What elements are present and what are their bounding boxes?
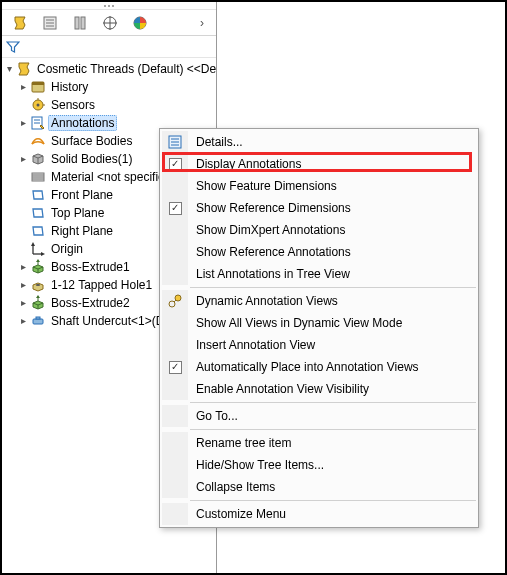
svg-rect-11 bbox=[32, 82, 44, 85]
menu-item-label: List Annotations in Tree View bbox=[188, 263, 476, 285]
svg-marker-26 bbox=[41, 252, 45, 256]
menu-gutter-blank bbox=[162, 312, 188, 334]
menu-item-label: Go To... bbox=[188, 405, 476, 427]
menu-gutter-blank bbox=[162, 263, 188, 285]
tree-item-label: Solid Bodies(1) bbox=[48, 152, 135, 166]
tb-feature-manager-icon[interactable] bbox=[6, 12, 34, 34]
menu-item[interactable]: ✓Automatically Place into Annotation Vie… bbox=[162, 356, 476, 378]
menu-item[interactable]: List Annotations in Tree View bbox=[162, 263, 476, 285]
checkbox-icon: ✓ bbox=[162, 197, 188, 219]
menu-item[interactable]: Show All Views in Dynamic View Mode bbox=[162, 312, 476, 334]
menu-gutter-blank bbox=[162, 476, 188, 498]
menu-separator bbox=[190, 429, 476, 430]
expander-icon[interactable]: ▸ bbox=[16, 80, 30, 94]
expander-icon[interactable]: ▸ bbox=[16, 278, 30, 292]
svg-point-13 bbox=[37, 104, 40, 107]
menu-item-label: Show Feature Dimensions bbox=[188, 175, 476, 197]
menu-item[interactable]: Hide/Show Tree Items... bbox=[162, 454, 476, 476]
toolbar-overflow-chevron-icon[interactable]: › bbox=[192, 13, 212, 33]
menu-item[interactable]: Rename tree item bbox=[162, 432, 476, 454]
menu-item[interactable]: Insert Annotation View bbox=[162, 334, 476, 356]
menu-item[interactable]: Go To... bbox=[162, 405, 476, 427]
menu-item[interactable]: Show Reference Annotations bbox=[162, 241, 476, 263]
menu-gutter-blank bbox=[162, 334, 188, 356]
tb-display-manager-icon[interactable] bbox=[126, 12, 154, 34]
svg-marker-28 bbox=[36, 259, 40, 262]
checkbox-icon: ✓ bbox=[162, 153, 188, 175]
material-icon bbox=[30, 169, 46, 185]
tb-config-manager-icon[interactable] bbox=[66, 12, 94, 34]
menu-item-label: Hide/Show Tree Items... bbox=[188, 454, 476, 476]
expander-icon[interactable]: ▸ bbox=[16, 314, 30, 328]
menu-item[interactable]: Details... bbox=[162, 131, 476, 153]
expander-icon[interactable]: ▾ bbox=[2, 62, 16, 76]
tree-item-label: Top Plane bbox=[48, 206, 107, 220]
tree-filter-row[interactable] bbox=[2, 36, 216, 58]
sensors-icon bbox=[30, 97, 46, 113]
menu-item-label: Dynamic Annotation Views bbox=[188, 290, 476, 312]
menu-item-label: Show DimXpert Annotations bbox=[188, 219, 476, 241]
expander-icon[interactable]: ▸ bbox=[16, 296, 30, 310]
plane-icon bbox=[30, 223, 46, 239]
tree-item[interactable]: ▸Sensors bbox=[2, 96, 216, 114]
menu-item[interactable]: Show DimXpert Annotations bbox=[162, 219, 476, 241]
tree-item-label: Surface Bodies bbox=[48, 134, 135, 148]
menu-gutter-blank bbox=[162, 241, 188, 263]
tree-item-label: Shaft Undercut<1>(De bbox=[48, 314, 174, 328]
menu-item-label: Show All Views in Dynamic View Mode bbox=[188, 312, 476, 334]
part-icon bbox=[16, 61, 32, 77]
funnel-icon bbox=[6, 40, 20, 54]
tree-item-label: Annotations bbox=[48, 115, 117, 131]
menu-item-label: Show Reference Dimensions bbox=[188, 197, 476, 219]
menu-item-label: Show Reference Annotations bbox=[188, 241, 476, 263]
tree-root[interactable]: ▾ Cosmetic Threads (Default) <<Defau bbox=[2, 60, 216, 78]
solid-bodies-icon bbox=[30, 151, 46, 167]
menu-gutter-blank bbox=[162, 454, 188, 476]
menu-item[interactable]: Enable Annotation View Visibility bbox=[162, 378, 476, 400]
menu-item[interactable]: Show Feature Dimensions bbox=[162, 175, 476, 197]
tb-property-manager-icon[interactable] bbox=[36, 12, 64, 34]
menu-item[interactable]: ✓Display Annotations bbox=[162, 153, 476, 175]
menu-item-label: Details... bbox=[188, 131, 476, 153]
expander-icon[interactable]: ▸ bbox=[16, 116, 30, 130]
hole-icon bbox=[30, 277, 46, 293]
tree-item-label: Material <not specifie bbox=[48, 170, 168, 184]
tb-dimxpert-manager-icon[interactable] bbox=[96, 12, 124, 34]
expander-icon[interactable]: ▸ bbox=[16, 260, 30, 274]
dynamic-views-icon bbox=[162, 290, 188, 312]
tree-item-label: Sensors bbox=[48, 98, 98, 112]
surface-bodies-icon bbox=[30, 133, 46, 149]
menu-gutter-blank bbox=[162, 378, 188, 400]
tree-item-label: Boss-Extrude2 bbox=[48, 296, 133, 310]
menu-item[interactable]: Collapse Items bbox=[162, 476, 476, 498]
origin-icon bbox=[30, 241, 46, 257]
menu-item[interactable]: Dynamic Annotation Views bbox=[162, 290, 476, 312]
svg-point-29 bbox=[36, 284, 40, 286]
menu-item[interactable]: Customize Menu bbox=[162, 503, 476, 525]
menu-item-label: Insert Annotation View bbox=[188, 334, 476, 356]
plane-icon bbox=[30, 205, 46, 221]
menu-item-label: Automatically Place into Annotation View… bbox=[188, 356, 476, 378]
annotations-icon bbox=[30, 115, 46, 131]
plane-icon bbox=[30, 187, 46, 203]
menu-item-label: Enable Annotation View Visibility bbox=[188, 378, 476, 400]
svg-marker-25 bbox=[31, 242, 35, 246]
tree-item[interactable]: ▸History bbox=[2, 78, 216, 96]
menu-item-label: Customize Menu bbox=[188, 503, 476, 525]
menu-item-label: Collapse Items bbox=[188, 476, 476, 498]
tree-item-label: 1-12 Tapped Hole1 bbox=[48, 278, 155, 292]
annotations-context-menu: Details...✓Display AnnotationsShow Featu… bbox=[159, 128, 479, 528]
tree-item-label: Right Plane bbox=[48, 224, 116, 238]
svg-rect-32 bbox=[33, 319, 43, 324]
menu-separator bbox=[190, 500, 476, 501]
details-icon bbox=[162, 131, 188, 153]
svg-rect-33 bbox=[36, 317, 40, 319]
boss-extrude-icon bbox=[30, 295, 46, 311]
panel-drag-handle[interactable] bbox=[2, 2, 216, 10]
tree-item-label: Boss-Extrude1 bbox=[48, 260, 133, 274]
history-icon bbox=[30, 79, 46, 95]
tree-item-label: Front Plane bbox=[48, 188, 116, 202]
expander-icon[interactable]: ▸ bbox=[16, 152, 30, 166]
menu-item[interactable]: ✓Show Reference Dimensions bbox=[162, 197, 476, 219]
menu-gutter-blank bbox=[162, 219, 188, 241]
